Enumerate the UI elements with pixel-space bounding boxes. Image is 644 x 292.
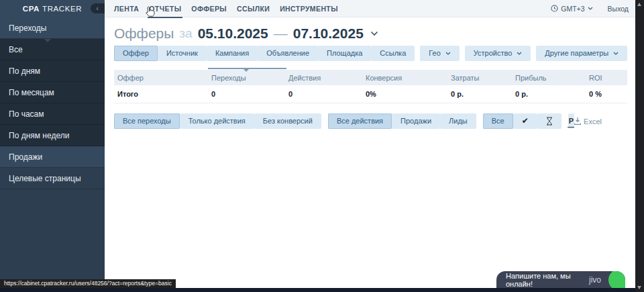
total-label: Итого — [114, 90, 208, 98]
no-conversions-button[interactable]: Без конверсий — [254, 113, 321, 129]
sidebar-item-po-dnyam[interactable]: По дням — [0, 60, 105, 82]
sales-button[interactable]: Продажи — [392, 113, 440, 129]
sidebar-item-po-mesyacam[interactable]: По месяцам — [0, 82, 105, 103]
main-content: Офферы за 05.10.2025 — 07.10.2025 Оффер … — [105, 17, 635, 288]
total-costs: 0 р. — [447, 90, 512, 98]
all-actions-button[interactable]: Все действия — [328, 113, 392, 129]
clock-icon — [551, 5, 558, 12]
chevron-down-icon — [588, 7, 593, 10]
header-offer[interactable]: Оффер — [114, 74, 208, 82]
export-excel-link[interactable]: Excel — [574, 117, 602, 126]
sidebar-item-po-dnyam-nedeli[interactable]: По дням недели — [0, 125, 105, 146]
expanded-group-notch — [44, 39, 51, 42]
check-icon: ✔ — [522, 113, 529, 129]
header-roi[interactable]: ROI — [586, 74, 627, 82]
filter-offer-button[interactable]: Оффер — [114, 46, 158, 61]
logo-bold: CPA — [23, 5, 40, 13]
report-entity-label: Офферы — [114, 26, 174, 42]
hourglass-icon — [546, 117, 553, 126]
download-icon — [574, 117, 581, 125]
date-from[interactable]: 05.10.2025 — [198, 26, 268, 42]
timezone-label: GMT+3 — [561, 5, 584, 13]
filter-placement-button[interactable]: Площадка — [318, 46, 371, 61]
excel-label: Excel — [584, 117, 602, 126]
sort-indicator[interactable] — [208, 68, 286, 69]
filter-campaign-button[interactable]: Кампания — [207, 46, 258, 61]
date-to[interactable]: 07.10.2025 — [293, 26, 364, 42]
filter-source-button[interactable]: Источник — [158, 46, 207, 61]
transition-filter-group: Все переходы Только действия Без конверс… — [114, 113, 321, 129]
header-costs[interactable]: Затраты — [447, 74, 512, 82]
logo: CPA TRACKER ‹ — [0, 0, 105, 17]
table-row-total: Итого 0 0 0% 0 р. 0 р. 0 % — [114, 85, 627, 103]
scrollbar-down-arrow-icon[interactable] — [637, 286, 641, 289]
all-transitions-button[interactable]: Все переходы — [114, 113, 180, 129]
total-conversion: 0% — [362, 90, 447, 98]
jivo-green-leaf-icon — [608, 271, 625, 288]
logout-button[interactable]: Выход — [608, 5, 629, 13]
device-dropdown-button[interactable]: Устройство — [465, 46, 531, 61]
dimension-button-group: Оффер Источник Кампания Объявление Площа… — [114, 46, 415, 61]
total-profit: 0 р. — [512, 90, 586, 98]
sidebar-item-perehody[interactable]: Переходы — [0, 17, 105, 39]
total-transitions: 0 — [208, 90, 285, 98]
header-profit[interactable]: Прибыль — [512, 74, 586, 82]
action-filter-group: Все действия Продажи Лиды — [328, 113, 476, 129]
status-approved-button[interactable]: ✔ — [513, 113, 537, 129]
report-table: Оффер Переходы Действия Конверсия Затрат… — [114, 70, 627, 103]
tab-ssylki[interactable]: ССЫЛКИ — [237, 5, 270, 13]
filter-ad-button[interactable]: Объявление — [258, 46, 318, 61]
header-conversion[interactable]: Конверсия — [362, 74, 447, 82]
chat-message: Напишите нам, мы онлайн! — [506, 272, 589, 288]
sidebar-item-vse[interactable]: Все — [0, 39, 105, 60]
timezone-selector[interactable]: GMT+3 — [551, 5, 592, 13]
jivo-logo: jivo — [589, 275, 601, 285]
leads-button[interactable]: Лиды — [440, 113, 476, 129]
dimension-filters: Оффер Источник Кампания Объявление Площа… — [114, 46, 635, 61]
chevron-down-icon — [613, 52, 619, 55]
title-preposition: за — [179, 26, 192, 41]
top-navigation: ЛЕНТА ОТЧЕТЫ ОФФЕРЫ ССЫЛКИ ИНСТРУМЕНТЫ G… — [105, 0, 635, 17]
header-transitions[interactable]: Переходы — [208, 74, 285, 82]
status-paid-button[interactable]: Р — [568, 113, 574, 129]
scrollbar-up-arrow-icon[interactable] — [637, 3, 641, 6]
sidebar-item-prodazhi[interactable]: Продажи — [0, 146, 105, 168]
geo-dropdown-button[interactable]: Гео — [420, 46, 459, 61]
vertical-scrollbar[interactable] — [635, 0, 644, 292]
chevron-down-icon — [445, 52, 451, 55]
table-header-row: Оффер Переходы Действия Конверсия Затрат… — [114, 70, 627, 85]
sidebar-item-celevye-stranicy[interactable]: Целевые страницы — [0, 168, 105, 189]
sidebar-collapse-button[interactable]: ‹ — [91, 3, 105, 13]
tab-offery[interactable]: ОФФЕРЫ — [191, 5, 227, 13]
status-filter-group: Все ✔ — [483, 113, 561, 129]
date-range-dash: — — [274, 26, 288, 42]
tab-lenta[interactable]: ЛЕНТА — [114, 5, 139, 13]
filter-link-button[interactable]: Ссылка — [371, 46, 415, 61]
bottom-edge-strip — [0, 288, 644, 292]
header-actions[interactable]: Действия — [285, 74, 362, 82]
tab-otchety[interactable]: ОТЧЕТЫ — [149, 5, 181, 13]
total-roi: 0 % — [586, 90, 627, 98]
sidebar-item-po-chasam[interactable]: По часам — [0, 103, 105, 125]
sidebar: CPA TRACKER ‹ Переходы Все По дням По ме… — [0, 0, 105, 288]
chevron-down-icon — [517, 52, 522, 55]
jivo-chat-widget[interactable]: Напишите нам, мы онлайн! jivo — [496, 271, 625, 288]
result-filters: Все переходы Только действия Без конверс… — [114, 113, 627, 129]
tab-instrumenty[interactable]: ИНСТРУМЕНТЫ — [280, 5, 338, 13]
page-title: Офферы за 05.10.2025 — 07.10.2025 — [114, 26, 635, 42]
other-params-dropdown-button[interactable]: Другие параметры — [536, 46, 627, 61]
status-pending-button[interactable] — [537, 113, 561, 129]
total-actions: 0 — [285, 90, 362, 98]
only-actions-button[interactable]: Только действия — [180, 113, 254, 129]
browser-status-url: https://cabinet.cpatracker.ru/users/4825… — [0, 279, 176, 288]
ruble-icon: Р — [569, 113, 574, 129]
status-all-button[interactable]: Все — [483, 113, 513, 129]
logo-rest: TRACKER — [42, 5, 82, 13]
date-picker-chevron-icon[interactable] — [370, 31, 378, 36]
